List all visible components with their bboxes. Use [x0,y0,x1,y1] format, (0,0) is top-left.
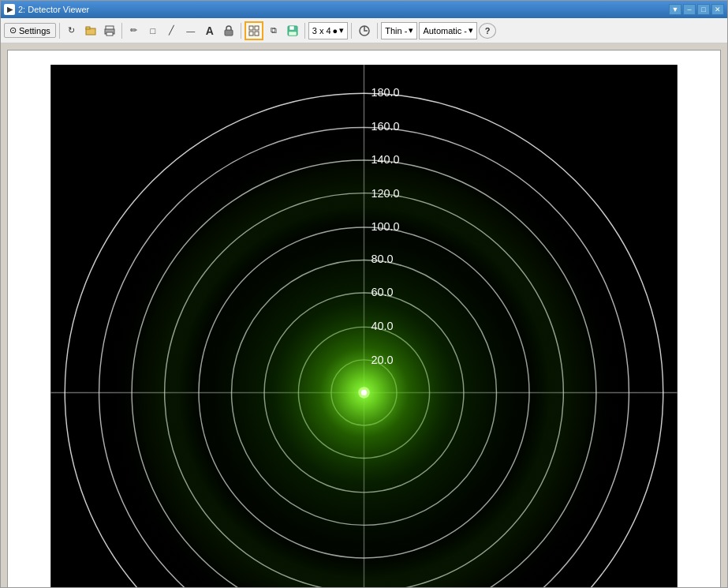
grid-chevron-icon: ▾ [339,25,344,36]
svg-rect-8 [249,32,253,36]
detector-plot: 20.0 40.0 60.0 80.0 100.0 120.0 140.0 16… [8,51,720,587]
svg-point-31 [361,390,367,395]
separator-3 [241,23,241,39]
title-bar-left: ▶ 2: Detector Viewer [4,4,89,15]
lock-button[interactable] [220,21,237,40]
svg-rect-9 [255,32,259,36]
separator-6 [377,23,378,39]
window-title: 2: Detector Viewer [18,5,89,14]
save-icon [287,25,298,36]
print-button[interactable] [101,21,118,40]
settings-chevron-icon: ⊙ [9,25,17,36]
print-icon [104,25,115,36]
open-folder-button[interactable] [82,21,99,40]
copy-button[interactable]: ⧉ [265,21,282,40]
line-style-chevron-icon: ▾ [409,25,413,36]
lock-icon [224,25,233,36]
svg-text:40.0: 40.0 [371,320,394,332]
render-chevron-icon: ▾ [469,25,473,36]
svg-text:60.0: 60.0 [371,286,394,298]
svg-text:160.0: 160.0 [371,120,400,133]
text-button[interactable]: A [201,21,218,40]
rotation-icon [358,24,371,37]
plot-container[interactable]: 20.0 40.0 60.0 80.0 100.0 120.0 140.0 16… [7,50,721,587]
toolbar: ⊙ Settings ↻ ✏ □ ╱ — A [1,18,727,43]
svg-text:20.0: 20.0 [371,354,394,366]
separator-2 [121,23,122,39]
title-bar: ▶ 2: Detector Viewer ▼ – □ ✕ [1,1,727,18]
help-button[interactable]: ? [479,23,496,39]
grid-button[interactable] [245,21,263,40]
svg-text:180.0: 180.0 [371,86,400,99]
window-controls: ▼ – □ ✕ [669,4,724,15]
line-style-label: Thin - [385,26,407,36]
restore-button[interactable]: □ [697,4,710,15]
save-image-button[interactable] [284,21,301,40]
grid-size-label: 3 x 4 [312,26,331,36]
separator-4 [304,23,305,39]
pin-button[interactable]: ▼ [669,4,681,15]
line-button[interactable]: ╱ [163,21,181,40]
main-content: 20.0 40.0 60.0 80.0 100.0 120.0 140.0 16… [1,43,727,587]
separator-1 [59,23,60,39]
svg-text:100.0: 100.0 [371,220,400,233]
grid-icon [248,25,259,36]
svg-rect-7 [255,26,259,30]
settings-label: Settings [19,26,50,36]
line-style-dropdown[interactable]: Thin - ▾ [381,22,417,39]
dash-button[interactable]: — [182,21,200,40]
svg-rect-4 [106,32,113,36]
settings-button[interactable]: ⊙ Settings [4,23,56,38]
render-dropdown[interactable]: Automatic - ▾ [419,22,477,39]
rotation-button[interactable] [355,21,374,40]
main-window: ▶ 2: Detector Viewer ▼ – □ ✕ ⊙ Settings … [0,0,728,588]
svg-rect-1 [86,27,90,29]
rectangle-button[interactable]: □ [144,21,162,40]
app-icon: ▶ [4,4,15,15]
render-label: Automatic - [423,26,467,36]
close-button[interactable]: ✕ [711,4,724,15]
grid-dot-icon: ● [333,26,338,36]
svg-text:80.0: 80.0 [371,253,394,265]
minimize-button[interactable]: – [683,4,696,15]
svg-rect-5 [225,30,233,36]
separator-5 [351,23,352,39]
canvas-area: 20.0 40.0 60.0 80.0 100.0 120.0 140.0 16… [1,43,727,587]
svg-rect-6 [249,26,253,30]
svg-rect-11 [289,26,294,30]
svg-text:140.0: 140.0 [371,153,400,166]
svg-rect-12 [289,32,297,36]
grid-size-dropdown[interactable]: 3 x 4 ● ▾ [308,22,349,39]
svg-text:120.0: 120.0 [371,187,400,200]
folder-icon [85,25,96,36]
pencil-button[interactable]: ✏ [125,21,143,40]
refresh-button[interactable]: ↻ [63,21,80,40]
